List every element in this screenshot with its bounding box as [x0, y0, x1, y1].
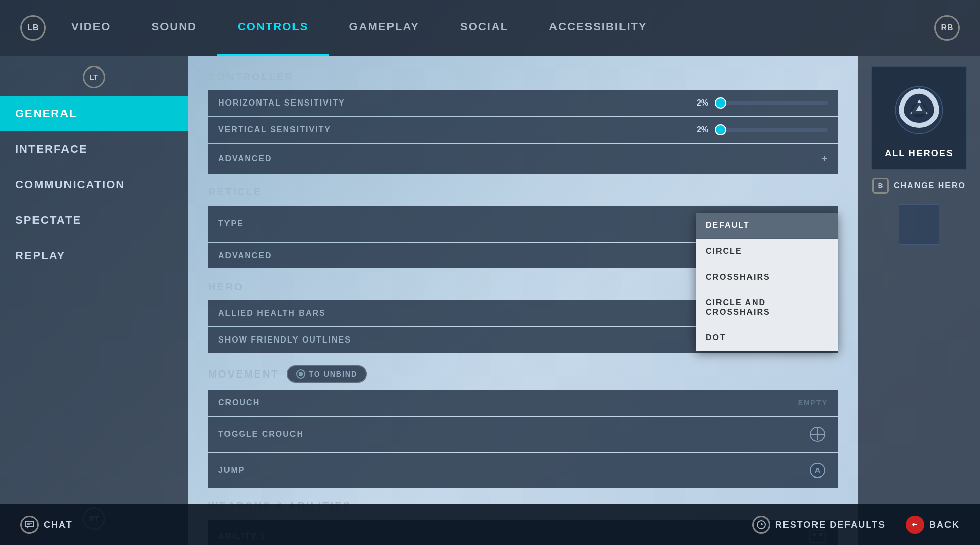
unbind-badge[interactable]: TO UNBIND — [287, 365, 367, 383]
top-navigation: LB VIDEO SOUND CONTROLS GAMEPLAY SOCIAL … — [0, 0, 980, 56]
chat-icon — [20, 516, 39, 534]
sidebar-item-replay[interactable]: REPLAY — [0, 238, 188, 274]
back-button[interactable]: BACK — [906, 516, 960, 534]
controller-section: CONTROLLER HORIZONTAL SENSITIVITY 2% VER… — [208, 71, 838, 174]
back-icon — [906, 516, 924, 534]
toggle-crouch-key — [807, 425, 828, 444]
horizontal-sensitivity-row: HORIZONTAL SENSITIVITY 2% — [208, 90, 838, 116]
vertical-sensitivity-label: VERTICAL SENSITIVITY — [218, 125, 688, 134]
horizontal-sensitivity-value: 2% — [688, 98, 708, 108]
controller-advanced-label: ADVANCED — [218, 154, 821, 163]
main-container: LT GENERAL INTERFACE COMMUNICATION SPECT… — [0, 56, 980, 545]
dropdown-item-circle-and-crosshairs[interactable]: CIRCLE AND CROSSHAIRS — [696, 290, 838, 325]
hero-card: ALL HEROES — [871, 66, 967, 170]
tab-gameplay[interactable]: GAMEPLAY — [329, 0, 440, 56]
sidebar-item-general[interactable]: GENERAL — [0, 96, 188, 131]
movement-title: MOVEMENT — [208, 368, 279, 380]
change-hero-badge-icon: B — [872, 178, 889, 194]
crouch-key: EMPTY — [798, 399, 828, 407]
movement-section: MOVEMENT TO UNBIND CROUCH EMPTY TOGGLE C… — [208, 365, 838, 488]
horizontal-sensitivity-label: HORIZONTAL SENSITIVITY — [218, 98, 688, 108]
horizontal-sensitivity-slider[interactable] — [716, 101, 828, 105]
vertical-sensitivity-value: 2% — [688, 125, 708, 134]
toggle-crouch-label: TOGGLE CROUCH — [218, 430, 807, 439]
sidebar-item-interface[interactable]: INTERFACE — [0, 131, 188, 167]
reticle-title: RETICLE — [208, 186, 838, 198]
content-area: CONTROLLER HORIZONTAL SENSITIVITY 2% VER… — [188, 56, 858, 545]
jump-row: JUMP A — [208, 453, 838, 488]
chat-label: CHAT — [44, 520, 73, 530]
tab-video[interactable]: VIDEO — [51, 0, 131, 56]
controller-title: CONTROLLER — [208, 71, 838, 83]
toggle-crouch-row: TOGGLE CROUCH — [208, 417, 838, 452]
right-bumper[interactable]: RB — [934, 15, 960, 41]
vertical-sensitivity-slider[interactable] — [716, 128, 828, 132]
reticle-type-label: TYPE — [218, 219, 701, 228]
tab-sound[interactable]: SOUND — [131, 0, 217, 56]
left-bumper[interactable]: LB — [20, 15, 46, 41]
hero-preview-image — [899, 204, 939, 245]
tab-social[interactable]: SOCIAL — [440, 0, 529, 56]
dropdown-item-default[interactable]: DEFAULT — [696, 213, 838, 239]
dropdown-item-circle[interactable]: CIRCLE — [696, 239, 838, 264]
jump-label: JUMP — [218, 466, 807, 475]
sidebar-item-communication[interactable]: COMMUNICATION — [0, 167, 188, 202]
reticle-type-dropdown-menu: DEFAULT CIRCLE CROSSHAIRS CIRCLE AND CRO… — [696, 213, 838, 351]
chat-button[interactable]: CHAT — [20, 516, 73, 534]
jump-key: A — [807, 461, 828, 480]
change-hero-label: CHANGE HERO — [894, 181, 966, 190]
controller-advanced-expand-icon: + — [821, 152, 828, 165]
lt-bumper[interactable]: LT — [83, 66, 105, 88]
tab-accessibility[interactable]: ACCESSIBILITY — [529, 0, 667, 56]
restore-defaults-icon — [752, 516, 770, 534]
restore-defaults-button[interactable]: RESTORE DEFAULTS — [752, 516, 886, 534]
crouch-label: CROUCH — [218, 398, 798, 407]
change-hero-button[interactable]: B CHANGE HERO — [872, 178, 966, 194]
unbind-circle-icon — [296, 369, 305, 379]
crouch-row: CROUCH EMPTY — [208, 390, 838, 416]
movement-header: MOVEMENT TO UNBIND — [208, 365, 838, 383]
vertical-sensitivity-row: VERTICAL SENSITIVITY 2% — [208, 117, 838, 143]
svg-text:A: A — [815, 466, 820, 474]
bottom-bar: CHAT RESTORE DEFAULTS BACK — [0, 504, 980, 545]
sidebar: LT GENERAL INTERFACE COMMUNICATION SPECT… — [0, 56, 188, 545]
tab-controls[interactable]: CONTROLS — [217, 0, 329, 56]
unbind-label: TO UNBIND — [309, 370, 358, 378]
dropdown-item-crosshairs[interactable]: CROSSHAIRS — [696, 264, 838, 290]
sidebar-item-spectate[interactable]: SPECTATE — [0, 202, 188, 238]
overwatch-logo — [886, 77, 952, 143]
hero-name: ALL HEROES — [885, 148, 954, 159]
controller-advanced-row[interactable]: ADVANCED + — [208, 144, 838, 174]
right-panel: ALL HEROES B CHANGE HERO — [858, 56, 980, 545]
back-label: BACK — [929, 520, 960, 530]
dropdown-item-dot[interactable]: DOT — [696, 325, 838, 351]
restore-defaults-label: RESTORE DEFAULTS — [775, 520, 886, 530]
nav-tabs: VIDEO SOUND CONTROLS GAMEPLAY SOCIAL ACC… — [51, 0, 929, 56]
bottom-right-actions: RESTORE DEFAULTS BACK — [752, 516, 960, 534]
reticle-section: RETICLE TYPE DEFAULT ▼ DEFAULT CIRCLE CR… — [208, 186, 838, 268]
svg-rect-13 — [25, 521, 34, 527]
